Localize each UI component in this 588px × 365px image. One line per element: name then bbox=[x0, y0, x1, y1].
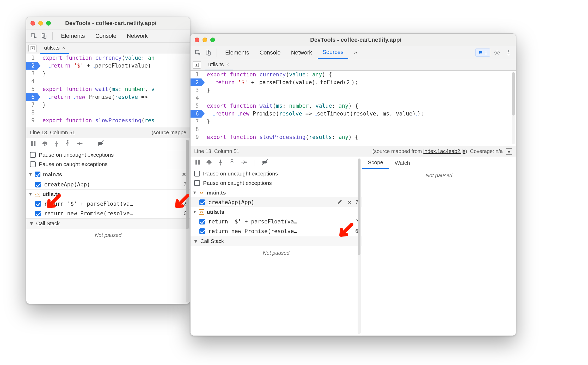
device-icon[interactable] bbox=[204, 48, 213, 57]
navigator-toggle-icon[interactable] bbox=[28, 45, 37, 52]
file-tab-utils[interactable]: utils.ts × bbox=[205, 59, 233, 70]
call-stack-header[interactable]: ▼ Call Stack bbox=[26, 218, 190, 229]
checkbox-icon[interactable] bbox=[35, 182, 41, 187]
svg-point-21 bbox=[209, 163, 210, 164]
not-paused-label: Not paused bbox=[26, 229, 190, 243]
device-icon[interactable] bbox=[39, 31, 49, 41]
svg-point-22 bbox=[220, 164, 221, 165]
scrollbar[interactable] bbox=[512, 72, 515, 144]
pause-icon[interactable] bbox=[30, 140, 37, 148]
kebab-icon[interactable] bbox=[504, 48, 513, 57]
code-editor[interactable]: 1export function currency(value: an 2 re… bbox=[26, 54, 190, 127]
step-over-icon[interactable] bbox=[41, 140, 48, 148]
checkbox-icon[interactable] bbox=[199, 199, 205, 205]
bp-row[interactable]: createApp(App) 7 bbox=[26, 180, 190, 189]
remove-icon[interactable]: × bbox=[347, 199, 352, 205]
tab-scope[interactable]: Scope bbox=[362, 157, 389, 169]
checkbox-icon[interactable] bbox=[30, 152, 36, 158]
deactivate-breakpoints-icon[interactable] bbox=[262, 159, 268, 167]
pause-uncaught-row[interactable]: Pause on uncaught exceptions bbox=[191, 169, 362, 178]
pause-uncaught-label: Pause on uncaught exceptions bbox=[203, 171, 278, 177]
step-out-icon[interactable] bbox=[64, 140, 71, 148]
scrollbar[interactable] bbox=[186, 140, 189, 302]
svg-rect-5 bbox=[34, 141, 35, 145]
cursor-position: Line 13, Column 51 bbox=[194, 148, 239, 154]
step-over-icon[interactable] bbox=[206, 159, 212, 167]
tab-elements[interactable]: Elements bbox=[220, 46, 254, 59]
pause-caught-row[interactable]: Pause on caught exceptions bbox=[26, 160, 190, 169]
bp-group-main[interactable]: ▼ <> main.ts bbox=[191, 188, 362, 197]
coverage-label: Coverage: n/a bbox=[470, 148, 503, 154]
disclosure-triangle-icon[interactable]: ▼ bbox=[28, 172, 32, 177]
coverage-toggle-icon[interactable] bbox=[506, 148, 512, 155]
minimize-icon[interactable] bbox=[203, 38, 207, 42]
step-into-icon[interactable] bbox=[217, 159, 224, 167]
checkbox-icon[interactable] bbox=[194, 171, 200, 177]
bp-group-utils[interactable]: ▼ <> utils.ts bbox=[191, 207, 362, 217]
disclosure-triangle-icon[interactable]: ▼ bbox=[193, 238, 198, 244]
svg-point-14 bbox=[508, 50, 509, 51]
code-editor[interactable]: 1export function currency(value: any) { … bbox=[191, 71, 516, 146]
traffic-lights[interactable] bbox=[191, 38, 219, 42]
step-out-icon[interactable] bbox=[229, 159, 235, 167]
tab-watch[interactable]: Watch bbox=[389, 157, 416, 169]
checkbox-icon[interactable] bbox=[199, 228, 205, 234]
issues-badge[interactable]: 1 bbox=[475, 48, 490, 57]
checkbox-icon[interactable] bbox=[35, 211, 41, 216]
tab-network[interactable]: Network bbox=[122, 30, 152, 42]
inspect-icon[interactable] bbox=[29, 31, 38, 41]
svg-point-7 bbox=[56, 145, 57, 147]
pause-icon[interactable] bbox=[194, 159, 201, 167]
disclosure-triangle-icon[interactable]: ▼ bbox=[28, 192, 32, 197]
scroll-thumb[interactable] bbox=[358, 159, 360, 255]
inspect-icon[interactable] bbox=[193, 48, 203, 57]
scrollbar[interactable] bbox=[358, 159, 361, 334]
disclosure-triangle-icon[interactable]: ▼ bbox=[29, 221, 34, 227]
checkbox-icon[interactable] bbox=[30, 161, 36, 167]
gear-icon[interactable] bbox=[492, 48, 502, 57]
tab-sources[interactable]: Sources bbox=[318, 46, 348, 59]
checkbox-icon[interactable] bbox=[35, 172, 40, 177]
titlebar[interactable]: DevTools - coffee-cart.netlify.app/ bbox=[26, 17, 190, 29]
close-icon[interactable]: × bbox=[62, 45, 65, 51]
titlebar[interactable]: DevTools - coffee-cart.netlify.app/ bbox=[191, 34, 516, 46]
bp-group-main[interactable]: ▼ main.ts × bbox=[26, 169, 190, 180]
close-icon[interactable]: × bbox=[226, 62, 230, 68]
bp-label: return new Promise(resolve… bbox=[208, 228, 352, 234]
disclosure-triangle-icon[interactable]: ▼ bbox=[193, 190, 196, 195]
scroll-thumb[interactable] bbox=[512, 72, 515, 115]
bp-label[interactable]: createApp(App) bbox=[208, 199, 333, 205]
edit-icon[interactable] bbox=[336, 199, 344, 205]
checkbox-icon[interactable] bbox=[194, 180, 200, 186]
close-icon[interactable] bbox=[195, 38, 199, 42]
mapped-file-link[interactable]: index.1ac4eab2.js bbox=[423, 148, 465, 154]
scroll-thumb[interactable] bbox=[186, 140, 189, 229]
file-icon: <> bbox=[199, 209, 204, 215]
tab-network[interactable]: Network bbox=[286, 46, 317, 59]
window-title: DevTools - coffee-cart.netlify.app/ bbox=[55, 20, 190, 27]
maximize-icon[interactable] bbox=[210, 38, 215, 42]
checkbox-icon[interactable] bbox=[35, 201, 41, 207]
step-icon[interactable] bbox=[76, 140, 83, 148]
file-tab-utils[interactable]: utils.ts × bbox=[40, 43, 69, 54]
maximize-icon[interactable] bbox=[46, 21, 51, 26]
step-into-icon[interactable] bbox=[53, 140, 60, 148]
bp-label: return new Promise(resolve… bbox=[44, 210, 181, 217]
traffic-lights[interactable] bbox=[26, 21, 55, 26]
bp-row[interactable]: createApp(App) × 7 bbox=[191, 197, 362, 207]
pause-caught-row[interactable]: Pause on caught exceptions bbox=[191, 178, 362, 188]
close-icon[interactable] bbox=[30, 21, 35, 26]
tab-console[interactable]: Console bbox=[91, 30, 121, 42]
devtools-window-back: DevTools - coffee-cart.netlify.app/ Elem… bbox=[26, 17, 190, 304]
tab-elements[interactable]: Elements bbox=[56, 30, 90, 42]
pause-uncaught-row[interactable]: Pause on uncaught exceptions bbox=[26, 150, 190, 160]
disclosure-triangle-icon[interactable]: ▼ bbox=[193, 210, 196, 214]
file-icon: <> bbox=[35, 192, 40, 197]
checkbox-icon[interactable] bbox=[199, 219, 205, 224]
minimize-icon[interactable] bbox=[38, 21, 43, 26]
deactivate-breakpoints-icon[interactable] bbox=[97, 140, 104, 148]
tab-more[interactable]: » bbox=[349, 46, 362, 59]
navigator-toggle-icon[interactable] bbox=[193, 61, 201, 69]
tab-console[interactable]: Console bbox=[255, 46, 285, 59]
step-icon[interactable] bbox=[240, 159, 247, 167]
